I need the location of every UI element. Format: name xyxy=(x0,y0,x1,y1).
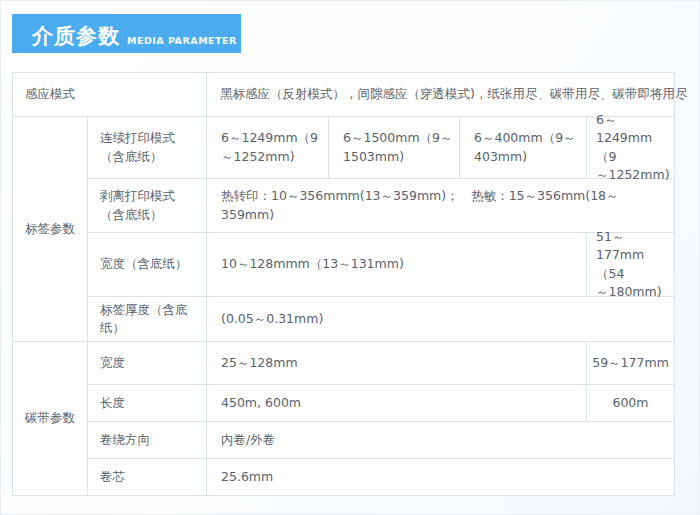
ribbon-width-label: 宽度 xyxy=(88,342,207,385)
continuous-print-value-4: 6～ 1249mm（9 ～1252mm) xyxy=(587,117,675,179)
label-width-value-2: 51～ 177mm（54 ～180mm) xyxy=(587,233,675,297)
section-title: 介质参数 xyxy=(32,26,120,47)
ribbon-length-value: 450m, 600m xyxy=(207,385,587,422)
ribbon-params-group-label: 碳带参数 xyxy=(13,342,88,496)
page: 介质参数 MEDIA PARAMETER 感应模式 黑标感应（反射模式），间隙感… xyxy=(0,0,700,515)
label-params-group-label: 标签参数 xyxy=(13,117,88,342)
sensing-mode-label: 感应模式 xyxy=(13,73,207,117)
peel-print-mode-label: 剥离打印模式 （含底纸） xyxy=(88,179,207,233)
label-thickness-label: 标签厚度（含底 纸） xyxy=(88,297,207,342)
ribbon-length-value-2: 600m xyxy=(587,385,675,422)
core-value: 25.6mm xyxy=(207,459,675,496)
media-parameter-table: 感应模式 黑标感应（反射模式），间隙感应（穿透模式)，纸张用尽、碳带用尽、碳带即… xyxy=(12,72,675,496)
ribbon-width-value-2: 59～177mm xyxy=(587,342,675,385)
label-width-value: 10～128mmm（13～131mm) xyxy=(207,233,587,297)
continuous-print-value-3: 6～400mm（9～403mm) xyxy=(460,117,587,179)
core-label: 卷芯 xyxy=(88,459,207,496)
continuous-print-value-1: 6～1249mm（9～1252mm) xyxy=(207,117,329,179)
ribbon-width-value: 25～128mm xyxy=(207,342,587,385)
peel-print-mode-value: 热转印：10～356mmm(13～359mm)； 热敏：15～356mm(18～… xyxy=(207,179,675,233)
winding-direction-label: 卷绕方向 xyxy=(88,422,207,459)
label-thickness-value: (0.05～0.31mm) xyxy=(207,297,675,342)
winding-direction-value: 内卷/外卷 xyxy=(207,422,675,459)
section-subtitle: MEDIA PARAMETER xyxy=(127,35,237,47)
continuous-print-mode-label: 连续打印模式 （含底纸） xyxy=(88,117,207,179)
section-banner: 介质参数 MEDIA PARAMETER xyxy=(12,14,241,53)
continuous-print-value-2: 6～1500mm（9～1503mm) xyxy=(329,117,460,179)
label-width-label: 宽度（含底纸） xyxy=(88,233,207,297)
ribbon-length-label: 长度 xyxy=(88,385,207,422)
